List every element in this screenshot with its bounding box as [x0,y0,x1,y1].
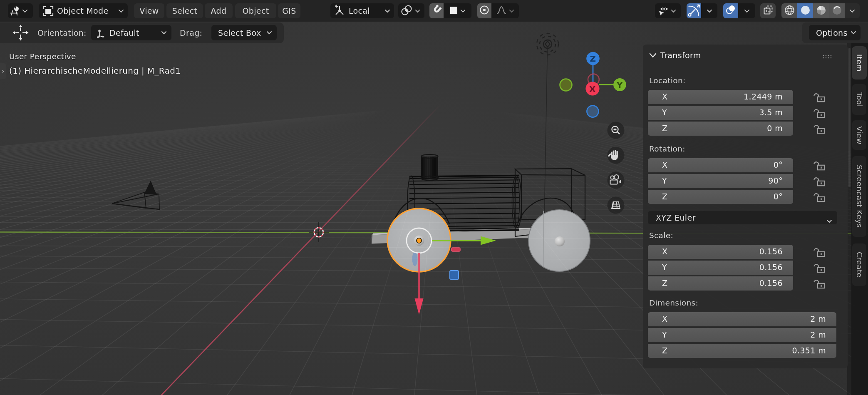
shading-rendered-button[interactable] [829,3,845,18]
menu-select[interactable]: Select [166,3,203,18]
axis-label: Z [662,124,667,133]
drag-dropdown[interactable]: Select Box [211,25,277,40]
field-value: 0 m [767,124,783,133]
shading-material-button[interactable] [813,3,829,18]
orientation-setting-label: Orientation: [37,28,87,37]
chevron-down-icon [849,9,855,13]
editor-type-button[interactable] [8,3,33,18]
lock-toggle[interactable] [813,122,826,136]
field-dimensions-y[interactable]: Y2 m [648,328,836,342]
show-overlays-toggle[interactable] [723,3,738,18]
eye-cursor-icon [655,5,671,17]
lock-toggle[interactable] [813,158,826,172]
viewport-editor-icon [8,5,22,16]
snap-to-dropdown[interactable] [444,3,471,18]
field-scale-z[interactable]: Z0.156 [648,276,793,291]
show-gizmo-toggle[interactable] [687,3,701,18]
lock-toggle[interactable] [813,276,826,291]
overlays-dropdown[interactable] [738,3,755,18]
panel-drag-dots-icon[interactable] [823,53,833,61]
orientation-default-dropdown[interactable]: Default [91,25,171,40]
group-label: Location: [649,76,686,85]
menu-view[interactable]: View [134,3,164,18]
axis-label: Z [662,192,667,201]
n-panel: Transform Location:X1.2449 mY3.5 mZ0 mRo… [643,45,848,368]
rendered-icon [831,5,843,17]
menu-add[interactable]: Add [205,3,233,18]
axis-label: Z [662,278,667,288]
move-tool-icon[interactable] [12,24,29,43]
tab-screencast-keys[interactable]: Screencast Keys [852,156,867,237]
tab-tool[interactable]: Tool [852,84,867,115]
tab-view[interactable]: View [852,120,867,150]
chevron-down-icon [266,31,272,35]
group-label: Dimensions: [649,298,698,307]
field-scale-y[interactable]: Y0.156 [648,261,793,275]
field-value: 2 m [810,330,826,339]
active-object-breadcrumb: (1) HierarchischeModellierung | M_Rad1 [9,66,181,76]
falloff-curve-icon [496,5,507,17]
lock-toggle[interactable] [813,245,826,259]
mode-dropdown[interactable]: Object Mode [39,3,128,18]
options-button[interactable]: Options [809,25,861,40]
tool-settings-bar: Orientation: Default Drag: Select Box Op… [0,22,868,43]
panel-collapse-chevron-icon[interactable] [649,52,657,60]
mode-label: Object Mode [57,6,109,15]
chevron-down-icon [826,216,832,225]
rotation-mode-dropdown[interactable]: XYZ Euler [648,211,837,224]
field-value: 0.351 m [792,346,826,355]
shading-wireframe-button[interactable] [781,3,797,18]
field-value: 3.5 m [759,108,783,117]
shading-solid-button[interactable] [797,3,813,18]
view-perspective-label: User Perspective [9,52,76,61]
drag-setting-label: Drag: [180,28,202,37]
axis-label: X [662,247,667,256]
field-rotation-y[interactable]: Y90° [648,174,793,188]
transform-panel-header[interactable]: Transform [648,51,843,61]
svg-text:Z: Z [590,54,596,64]
chevron-down-icon [161,31,167,35]
axis-label: Y [662,108,667,117]
xray-toggle[interactable] [760,3,776,18]
visibility-dropdown[interactable] [655,3,681,18]
field-scale-x[interactable]: X0.156 [648,245,793,259]
sidebar-scrollbar[interactable] [848,48,851,187]
field-location-y[interactable]: Y3.5 m [648,106,793,120]
chevron-down-icon [118,9,124,13]
toolbar-collapse-arrow[interactable]: › [0,63,6,79]
tab-item[interactable]: Item [852,46,867,79]
axis-label: X [662,92,667,101]
field-value: 0° [774,192,783,201]
snap-toggle[interactable] [429,3,444,18]
axis-label: Y [662,176,667,185]
tab-create[interactable]: Create [852,243,867,286]
lock-toggle[interactable] [813,90,826,104]
menu-gis[interactable]: GIS [278,3,300,18]
orientation-label: Local [349,6,370,15]
panel-title: Transform [660,51,701,60]
field-dimensions-z[interactable]: Z0.351 m [648,344,836,358]
proportional-icon [479,5,490,17]
shading-group [781,3,860,18]
field-location-x[interactable]: X1.2449 m [648,90,793,104]
shading-dropdown[interactable] [845,3,860,18]
field-rotation-z[interactable]: Z0° [648,190,793,204]
lock-toggle[interactable] [813,106,826,120]
lock-toggle[interactable] [813,174,826,188]
topbar: Object Mode ViewSelectAddObjectGIS Local [0,0,868,22]
options-label: Options [816,28,848,37]
proportional-toggle[interactable] [477,3,491,18]
menu-object[interactable]: Object [235,3,276,18]
falloff-dropdown[interactable] [491,3,519,18]
field-location-z[interactable]: Z0 m [648,122,793,136]
field-value: 1.2449 m [744,92,783,101]
transform-orientation-dropdown[interactable]: Local [330,3,394,18]
pivot-point-dropdown[interactable] [398,3,424,18]
field-dimensions-x[interactable]: X2 m [648,312,836,326]
lock-toggle[interactable] [813,261,826,275]
object-mode-icon [39,5,57,17]
lock-toggle[interactable] [813,190,826,204]
snap-group [429,3,471,18]
field-rotation-x[interactable]: X0° [648,158,793,172]
gizmo-dropdown[interactable] [701,3,717,18]
